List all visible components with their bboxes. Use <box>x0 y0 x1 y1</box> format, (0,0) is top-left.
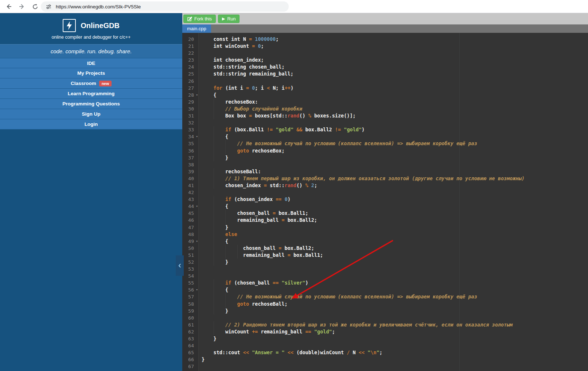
code-line: 63 } <box>182 335 588 342</box>
code-text <box>199 189 588 196</box>
code-line: 67 <box>182 363 588 370</box>
code-text: else <box>199 231 588 238</box>
line-number: 54 <box>182 273 199 279</box>
forward-icon[interactable] <box>17 2 26 11</box>
code-text: // 2) Рандомно тянем второй шар из той ж… <box>199 321 588 328</box>
code-line: 56▾ { <box>182 286 588 293</box>
code-line: 43 if (chosen_index == 0) <box>182 196 588 203</box>
sidebar-item-label: My Projects <box>77 70 105 76</box>
sidebar-item-classroom[interactable]: Classroomnew <box>0 78 182 89</box>
code-line: 58 goto rechoseBall; <box>182 301 588 308</box>
indent-guide <box>214 293 214 300</box>
code-text: if (chosen_index == 0) <box>199 196 588 203</box>
fork-edit-icon <box>187 16 192 21</box>
indent-guide <box>214 301 214 308</box>
code-line: 47 } <box>182 224 588 231</box>
fold-marker-icon[interactable]: ▾ <box>196 92 198 98</box>
code-text <box>199 161 588 168</box>
line-number: 35 <box>182 140 199 147</box>
line-number: 62 <box>182 328 199 335</box>
line-number: 44▾ <box>182 203 199 210</box>
code-line: 45 chosen_ball = box.Ball1; <box>182 210 588 217</box>
line-number: 66 <box>182 356 199 363</box>
code-text: for (int i = 0; i < N; i++) <box>199 85 588 92</box>
run-button[interactable]: ▶ Run <box>218 15 240 23</box>
indent-guide <box>225 301 226 308</box>
indent-guide <box>237 245 238 252</box>
line-number: 34▾ <box>182 133 199 140</box>
code-line: 49▾ { <box>182 238 588 245</box>
line-number: 65 <box>182 349 199 356</box>
sidebar-menu: IDEMy ProjectsClassroomnewLearn Programm… <box>0 58 182 130</box>
code-line: 51 remaining_ball = box.Ball1; <box>182 252 588 259</box>
code-text: chosen_ball = box.Ball2; <box>199 245 588 252</box>
fold-marker-icon[interactable]: ▾ <box>196 133 198 140</box>
line-number: 64 <box>182 342 199 349</box>
line-number: 29 <box>182 98 199 105</box>
sidebar-item-sign-up[interactable]: Sign Up <box>0 109 182 119</box>
site-settings-icon[interactable] <box>46 4 51 9</box>
code-text: // 1) Тянем первый шар из коробки, он до… <box>199 175 588 182</box>
sidebar-item-label: Classroom <box>71 81 96 86</box>
line-number: 24 <box>182 63 199 70</box>
code-text: } <box>199 335 588 342</box>
code-line: 25 std::string remaining_ball; <box>182 70 588 77</box>
fold-marker-icon[interactable]: ▾ <box>196 203 198 210</box>
line-number: 42 <box>182 189 199 196</box>
line-number: 48 <box>182 231 199 238</box>
line-number: 51 <box>182 252 199 259</box>
indent-guide <box>225 217 226 224</box>
line-number: 52 <box>182 259 199 266</box>
sidebar-item-programming-questions[interactable]: Programming Questions <box>0 99 182 109</box>
code-line: 66} <box>182 356 588 363</box>
url-bar[interactable]: https://www.onlinegdb.com/SIk-PV5Sle <box>41 1 289 12</box>
code-line: 64 <box>182 342 588 349</box>
code-line: 34▾ { <box>182 133 588 140</box>
code-text <box>199 342 588 349</box>
reload-icon[interactable] <box>31 2 39 11</box>
line-number: 49▾ <box>182 238 199 245</box>
line-number: 23 <box>182 57 199 63</box>
indent-guide <box>214 140 214 147</box>
code-line: 36 goto rechoseBox; <box>182 147 588 154</box>
sidebar-item-login[interactable]: Login <box>0 119 182 130</box>
indent-guide <box>214 328 214 335</box>
back-icon[interactable] <box>4 2 13 11</box>
code-text: goto rechoseBall; <box>199 301 588 308</box>
indent-guide <box>214 238 214 245</box>
code-line: 35 // Не возможный случай по условию (ко… <box>182 140 588 147</box>
sidebar-item-my-projects[interactable]: My Projects <box>0 68 182 78</box>
main-pane: Fork this ▶ Run main.cpp 20 const int N … <box>182 13 588 371</box>
fork-button[interactable]: Fork this <box>183 15 216 23</box>
code-line: 54 <box>182 273 588 279</box>
code-text: { <box>199 238 588 245</box>
code-line: 62 winCount += remaining_ball == "gold"; <box>182 328 588 335</box>
sidebar-item-ide[interactable]: IDE <box>0 58 182 68</box>
fold-marker-icon[interactable]: ▾ <box>196 238 198 245</box>
code-editor[interactable]: 20 const int N = 1000000;21 int winCount… <box>182 33 588 371</box>
indent-guide <box>225 252 226 259</box>
code-line: 61 // 2) Рандомно тянем второй шар из то… <box>182 321 588 328</box>
indent-guide <box>214 168 214 175</box>
code-line: 24 std::string chosen_ball; <box>182 63 588 70</box>
indent-guide <box>225 245 226 252</box>
code-text <box>199 266 588 273</box>
tab-main-cpp[interactable]: main.cpp <box>182 24 211 33</box>
code-text: if (chosen_ball == "silver") <box>199 279 588 286</box>
sidebar-collapse-handle[interactable]: ‹ <box>176 255 184 276</box>
line-number: 26 <box>182 78 199 85</box>
code-line: 27 for (int i = 0; i < N; i++) <box>182 85 588 92</box>
code-line: 20 const int N = 1000000; <box>182 36 588 43</box>
code-text: chosen_ball = box.Ball1; <box>199 210 588 217</box>
brand[interactable]: OnlineGDB <box>0 13 182 32</box>
sidebar-item-learn-programming[interactable]: Learn Programming <box>0 89 182 99</box>
code-line: 42 <box>182 189 588 196</box>
line-number: 61 <box>182 321 199 328</box>
sidebar-item-label: Learn Programming <box>68 91 114 96</box>
code-line: 39 rechoseBall: <box>182 168 588 175</box>
new-badge: new <box>99 81 112 86</box>
indent-guide <box>214 279 214 286</box>
code-text: } <box>199 224 588 231</box>
code-text: if (box.Ball1 != "gold" && box.Ball2 != … <box>199 126 588 133</box>
fold-marker-icon[interactable]: ▾ <box>196 286 198 293</box>
